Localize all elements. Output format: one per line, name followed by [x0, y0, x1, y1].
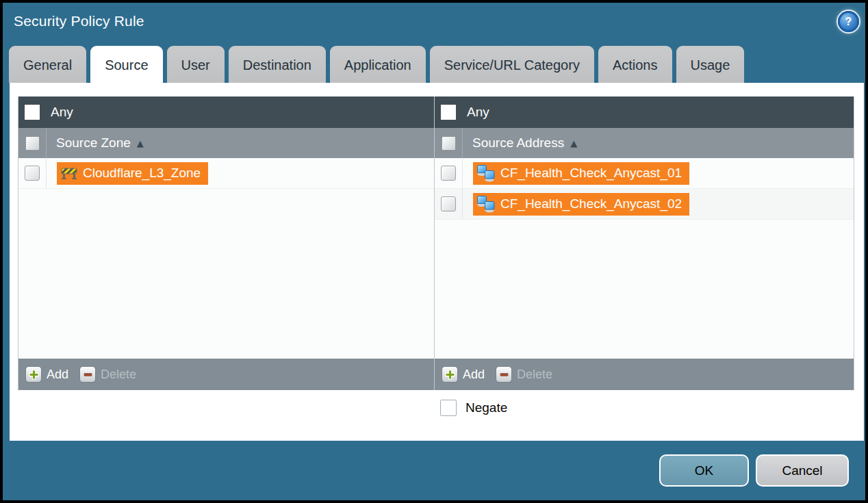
- cancel-button[interactable]: Cancel: [756, 454, 849, 487]
- source-address-column-header[interactable]: Source Address ▲: [435, 128, 854, 158]
- source-address-footer: Add Delete: [435, 359, 854, 390]
- add-icon[interactable]: [442, 366, 458, 383]
- delete-button[interactable]: Delete: [517, 367, 552, 382]
- source-address-item[interactable]: CF_Health_Check_Anycast_02: [473, 193, 689, 216]
- address-icon: [477, 165, 495, 182]
- source-address-column-title: Source Address: [472, 136, 564, 151]
- source-address-any-checkbox[interactable]: [441, 105, 456, 120]
- add-button[interactable]: Add: [463, 367, 485, 382]
- tab-user[interactable]: User: [167, 46, 225, 83]
- add-icon[interactable]: [25, 366, 42, 383]
- tab-general[interactable]: General: [9, 46, 86, 83]
- source-zone-column-header[interactable]: Source Zone ▲: [18, 128, 435, 158]
- source-zone-any-label: Any: [51, 105, 73, 120]
- source-address-list: CF_Health_Check_Anycast_01: [435, 158, 854, 359]
- dialog-title: Security Policy Rule: [14, 13, 144, 29]
- delete-button[interactable]: Delete: [101, 367, 136, 382]
- source-address-item[interactable]: CF_Health_Check_Anycast_01: [473, 162, 689, 185]
- add-button[interactable]: Add: [47, 367, 68, 382]
- table-row: CF_Health_Check_Anycast_01: [435, 158, 854, 189]
- select-all-cell: [18, 128, 47, 158]
- delete-icon[interactable]: [496, 366, 512, 383]
- source-zone-row-checkbox[interactable]: [25, 166, 40, 181]
- row-check-cell: [435, 158, 463, 188]
- source-zone-list: Cloudflare_L3_Zone: [18, 158, 435, 359]
- source-zone-footer: Add Delete: [18, 359, 435, 390]
- address-icon: [477, 196, 495, 213]
- ok-button[interactable]: OK: [659, 454, 749, 487]
- source-zone-any-header: Any: [18, 96, 435, 128]
- delete-icon[interactable]: [79, 366, 96, 383]
- source-zone-select-all-checkbox[interactable]: [25, 136, 40, 151]
- sort-ascending-icon: ▲: [137, 138, 144, 149]
- tab-application[interactable]: Application: [330, 46, 426, 83]
- source-zone-panel: Any Source Zone ▲: [18, 96, 435, 390]
- negate-checkbox[interactable]: [440, 400, 457, 416]
- source-address-row-checkbox-2[interactable]: [441, 196, 456, 211]
- source-address-item-label: CF_Health_Check_Anycast_02: [500, 196, 682, 211]
- sort-ascending-icon: ▲: [570, 138, 577, 149]
- tab-service-url-category[interactable]: Service/URL Category: [430, 46, 594, 83]
- security-policy-rule-dialog: Security Policy Rule ? General Source Us…: [3, 3, 865, 500]
- tab-bar: General Source User Destination Applicat…: [9, 46, 744, 83]
- source-zone-any-checkbox[interactable]: [25, 105, 40, 120]
- source-address-select-all-checkbox[interactable]: [442, 136, 456, 151]
- source-zone-column-title: Source Zone: [56, 136, 131, 151]
- tab-usage[interactable]: Usage: [676, 46, 745, 83]
- help-icon[interactable]: ?: [838, 11, 859, 32]
- tab-source[interactable]: Source: [90, 46, 162, 83]
- tab-actions[interactable]: Actions: [598, 46, 672, 83]
- table-row: CF_Health_Check_Anycast_02: [435, 189, 854, 220]
- negate-label: Negate: [465, 400, 507, 415]
- source-address-any-label: Any: [467, 105, 489, 120]
- source-zone-item[interactable]: Cloudflare_L3_Zone: [57, 162, 208, 185]
- tab-destination[interactable]: Destination: [229, 46, 326, 83]
- source-address-row-checkbox-1[interactable]: [441, 166, 456, 181]
- row-check-cell: [435, 189, 463, 219]
- source-address-any-header: Any: [435, 96, 854, 128]
- table-row: Cloudflare_L3_Zone: [18, 158, 435, 189]
- zone-icon: [61, 167, 77, 179]
- row-check-cell: [18, 158, 47, 188]
- negate-option: Negate: [440, 400, 507, 416]
- source-address-item-label: CF_Health_Check_Anycast_01: [500, 166, 682, 181]
- source-address-panel: Any Source Address ▲: [434, 96, 854, 390]
- source-zone-item-label: Cloudflare_L3_Zone: [83, 166, 201, 181]
- source-tab-content: Any Source Zone ▲: [10, 83, 864, 441]
- select-all-cell: [435, 128, 463, 158]
